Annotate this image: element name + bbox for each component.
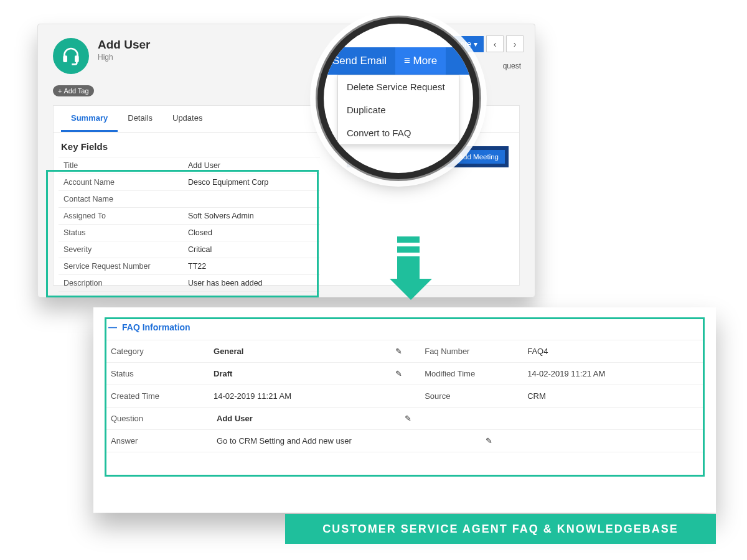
- field-label: Contact Name: [59, 191, 183, 207]
- headset-icon: [61, 46, 81, 66]
- field-label: Assigned To: [59, 208, 183, 224]
- field-value: FAQ4: [522, 340, 703, 362]
- add-tag-button[interactable]: + Add Tag: [53, 85, 94, 96]
- field-value: User has been added: [183, 275, 320, 291]
- tab-updates[interactable]: Updates: [162, 106, 212, 132]
- pencil-icon[interactable]: ✎: [405, 414, 411, 423]
- key-fields-table: TitleAdd User Account NameDesco Equipmen…: [59, 157, 320, 292]
- table-row: Answer Go to CRM Setting and Add new use…: [106, 429, 703, 452]
- tab-summary[interactable]: Summary: [61, 106, 118, 132]
- add-tag-label: Add Tag: [63, 87, 88, 95]
- field-label: Created Time: [106, 385, 209, 407]
- field-label: Description: [59, 275, 183, 291]
- field-value: 14-02-2019 11:21 AM: [522, 363, 703, 385]
- more-dropdown-button[interactable]: ≡ More: [395, 47, 446, 75]
- table-row: Account NameDesco Equipment Corp: [59, 174, 320, 191]
- field-label: Severity: [59, 241, 183, 258]
- field-value: Soft Solvers Admin: [183, 208, 320, 224]
- pencil-icon[interactable]: ✎: [395, 347, 402, 356]
- menu-item-duplicate[interactable]: Duplicate: [338, 98, 459, 121]
- headset-avatar: [53, 38, 89, 74]
- faq-section-header[interactable]: — FAQ Information: [106, 319, 703, 340]
- table-row: Service Request NumberTT22: [59, 258, 320, 275]
- magnifier-callout: Send Email ≡ More Delete Service Request…: [324, 24, 473, 173]
- field-value: CRM: [522, 385, 703, 407]
- field-label: Account Name: [59, 174, 183, 190]
- magnifier-content: Send Email ≡ More Delete Service Request…: [324, 24, 473, 173]
- faq-fields-grid: Category General ✎ Faq Number FAQ4 Statu…: [106, 340, 703, 452]
- field-label: Status: [106, 363, 209, 385]
- table-row: Status Draft ✎ Modified Time 14-02-2019 …: [106, 362, 703, 385]
- menu-item-delete[interactable]: Delete Service Request: [338, 75, 459, 98]
- flow-arrow-icon: [390, 236, 427, 305]
- svg-rect-1: [75, 56, 78, 62]
- field-label: Modified Time: [420, 363, 522, 385]
- field-value: TT22: [183, 258, 320, 274]
- svg-rect-0: [63, 56, 67, 62]
- plus-icon: +: [58, 87, 62, 95]
- faq-card: — FAQ Information Category General ✎ Faq…: [93, 307, 716, 513]
- hamburger-icon: ≡: [404, 55, 413, 67]
- table-row: Contact Name: [59, 191, 320, 208]
- field-label: Category: [106, 340, 209, 362]
- table-row: StatusClosed: [59, 225, 320, 241]
- field-value: Add User: [212, 408, 398, 429]
- table-row: SeverityCritical: [59, 241, 320, 258]
- pencil-icon[interactable]: ✎: [395, 369, 402, 378]
- field-value: [183, 191, 320, 207]
- table-row: TitleAdd User: [59, 157, 320, 174]
- table-row: Created Time 14-02-2019 11:21 AM Source …: [106, 385, 703, 407]
- field-value: 14-02-2019 11:21 AM: [209, 385, 390, 407]
- table-row: Category General ✎ Faq Number FAQ4: [106, 340, 703, 362]
- magnified-toolbar: Send Email ≡ More: [324, 47, 473, 75]
- field-value: General: [209, 340, 390, 362]
- field-label: Answer: [106, 430, 212, 452]
- field-value: Critical: [183, 241, 320, 258]
- pager-prev-button[interactable]: ‹: [486, 35, 504, 52]
- magnifier-ring: Send Email ≡ More Delete Service Request…: [324, 24, 473, 173]
- field-label: Title: [59, 157, 183, 174]
- record-title: Add User: [98, 38, 150, 52]
- table-row: DescriptionUser has been added: [59, 275, 320, 292]
- caret-down-icon: ▾: [474, 40, 477, 49]
- tab-details[interactable]: Details: [118, 106, 162, 132]
- more-dropdown-label: More: [413, 55, 438, 67]
- field-value: Desco Equipment Corp: [183, 174, 320, 190]
- record-priority: High: [98, 53, 150, 62]
- field-label: Faq Number: [420, 340, 522, 362]
- send-email-label: Send Email: [332, 55, 387, 67]
- field-value: Go to CRM Setting and Add new user: [212, 430, 479, 452]
- table-row: Question Add User ✎: [106, 407, 703, 429]
- field-value: Add User: [183, 157, 320, 174]
- field-value: Closed: [183, 225, 320, 241]
- pencil-icon[interactable]: ✎: [486, 436, 492, 446]
- table-row: Assigned ToSoft Solvers Admin: [59, 208, 320, 225]
- pager-next-button[interactable]: ›: [506, 35, 524, 52]
- field-label: Service Request Number: [59, 258, 183, 274]
- chevron-left-icon: ‹: [494, 39, 497, 49]
- field-label: Source: [420, 385, 522, 407]
- field-label: Status: [59, 225, 183, 241]
- more-dropdown-menu: Delete Service Request Duplicate Convert…: [337, 75, 459, 145]
- send-email-button[interactable]: Send Email: [324, 47, 395, 75]
- collapse-icon: —: [108, 322, 117, 332]
- faq-heading: FAQ Information: [122, 322, 190, 332]
- chevron-right-icon: ›: [514, 39, 517, 49]
- field-value: Draft: [209, 363, 390, 385]
- field-label: Question: [106, 408, 212, 429]
- menu-item-convert-to-faq[interactable]: Convert to FAQ: [338, 121, 459, 144]
- request-partial-text: quest: [503, 62, 521, 70]
- caption-banner: CUSTOMER SERVICE AGENT FAQ & KNOWLEDGEBA…: [285, 514, 716, 544]
